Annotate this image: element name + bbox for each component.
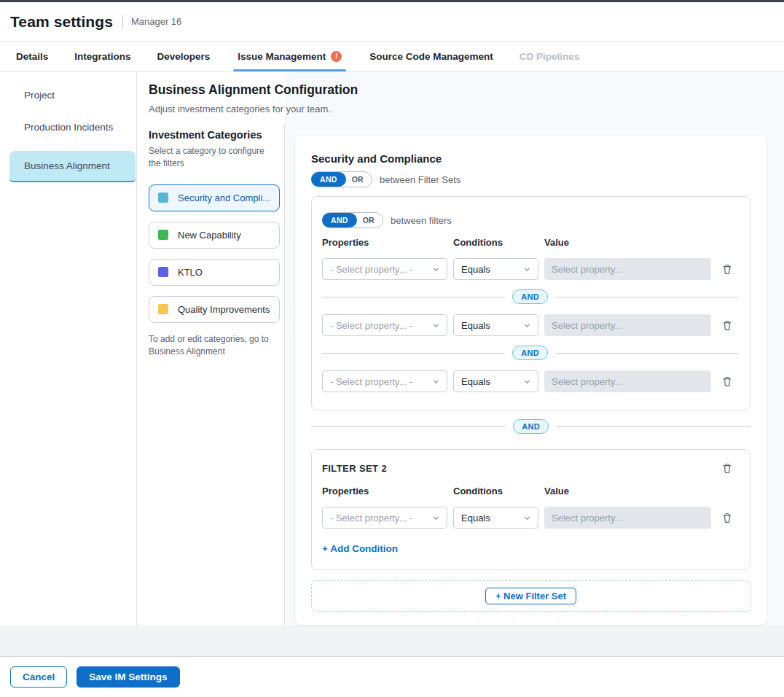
page-subtitle: Adjust investment categories for your te…: [149, 104, 358, 114]
sidebar-item-business-alignment[interactable]: Business Alignment: [9, 151, 136, 182]
property-select[interactable]: - Select property... -: [322, 507, 447, 529]
filters-operator-row: AND OR between filters: [322, 212, 738, 228]
tab-details[interactable]: Details: [16, 42, 48, 71]
tab-source-code-management[interactable]: Source Code Management: [369, 42, 493, 71]
toggle-and-option[interactable]: AND: [322, 213, 357, 227]
property-select[interactable]: - Select property... -: [322, 370, 447, 392]
tab-issue-management[interactable]: Issue Management !: [236, 42, 343, 71]
chevron-down-icon: [523, 514, 531, 522]
chevron-down-icon: [432, 514, 440, 522]
tab-developers[interactable]: Developers: [157, 42, 211, 71]
row-connector: AND: [322, 289, 738, 304]
properties-column-header: Properties: [322, 237, 447, 248]
sidebar-item-production-incidents[interactable]: Production Incidents: [9, 112, 136, 144]
category-label: Security and Compli...: [178, 192, 270, 203]
chevron-down-icon: [523, 322, 531, 330]
page-heading: Business Alignment Configuration Adjust …: [149, 82, 358, 114]
warning-badge-icon: !: [331, 51, 342, 62]
selected-category-title: Security and Compliance: [311, 152, 750, 165]
condition-select[interactable]: Equals: [453, 370, 538, 392]
filter-set-1-card: AND OR between filters Properties Condit…: [311, 196, 750, 410]
main-section: Business Alignment Configuration Adjust …: [137, 72, 784, 626]
value-column-header: Value: [544, 237, 711, 248]
chevron-down-icon: [432, 378, 440, 386]
toggle-or-option[interactable]: OR: [345, 172, 372, 187]
filter-row: - Select property... - Equals: [322, 258, 738, 280]
value-input[interactable]: [544, 258, 711, 280]
cancel-button[interactable]: Cancel: [10, 666, 67, 688]
between-filters-label: between filters: [391, 215, 452, 226]
filter-row: - Select property... - Equals: [322, 507, 738, 529]
delete-filter-button[interactable]: [720, 318, 734, 332]
categories-title: Investment Categories: [149, 129, 273, 141]
trash-icon: [721, 462, 733, 474]
and-or-toggle-sets[interactable]: AND OR: [311, 171, 372, 187]
chevron-down-icon: [523, 378, 531, 386]
conditions-column-header: Conditions: [453, 237, 538, 248]
trash-icon: [721, 375, 733, 387]
row-connector: AND: [322, 346, 738, 360]
filter-set-connector: AND: [311, 419, 750, 434]
column-headers: Properties Conditions Value: [322, 486, 738, 497]
tab-cd-pipelines: CD Pipelines: [520, 42, 580, 71]
and-or-toggle-filters[interactable]: AND OR: [322, 212, 383, 228]
condition-select[interactable]: Equals: [453, 507, 538, 529]
add-condition-button[interactable]: + Add Condition: [322, 543, 398, 554]
team-name-label: Manager 16: [131, 16, 181, 27]
filter-sets-operator-row: AND OR between Filter Sets: [311, 171, 750, 187]
chevron-down-icon: [523, 265, 531, 273]
title-separator: [122, 15, 123, 29]
category-label: Quality Improvements: [178, 304, 270, 315]
properties-column-header: Properties: [322, 486, 447, 497]
between-filter-sets-label: between Filter Sets: [380, 174, 460, 185]
tab-integrations[interactable]: Integrations: [74, 42, 130, 71]
trash-icon: [721, 319, 733, 331]
and-connector-pill: AND: [512, 289, 548, 304]
property-select[interactable]: - Select property... -: [322, 258, 447, 280]
trash-icon: [721, 512, 733, 523]
category-security-and-compliance[interactable]: Security and Compli...: [149, 184, 280, 211]
category-label: KTLO: [178, 267, 203, 278]
value-input[interactable]: [544, 507, 711, 529]
value-input[interactable]: [544, 314, 711, 336]
footer-actions: Cancel Save IM Settings: [0, 656, 784, 697]
chevron-down-icon: [432, 265, 440, 273]
toggle-or-option[interactable]: OR: [356, 213, 383, 227]
app-title: Team settings: [10, 13, 113, 31]
category-color-swatch: [158, 192, 168, 203]
delete-filter-set-button[interactable]: [720, 461, 734, 475]
filter-set-2-title: FILTER SET 2: [322, 461, 387, 474]
delete-filter-button[interactable]: [720, 374, 734, 389]
delete-filter-button[interactable]: [720, 262, 734, 276]
category-color-swatch: [158, 304, 168, 314]
delete-filter-button[interactable]: [720, 510, 734, 525]
chevron-down-icon: [432, 322, 440, 330]
investment-categories-column: Investment Categories Select a category …: [137, 72, 285, 626]
content-area: Project Production Incidents Business Al…: [0, 72, 784, 626]
category-new-capability[interactable]: New Capability: [149, 222, 280, 249]
property-select[interactable]: - Select property... -: [322, 314, 447, 336]
category-quality-improvements[interactable]: Quality Improvements: [149, 296, 280, 323]
categories-list: Security and Compli... New Capability KT…: [149, 184, 273, 323]
filter-set-2-header: FILTER SET 2: [322, 461, 738, 475]
settings-sidebar: Project Production Incidents Business Al…: [0, 72, 137, 626]
categories-footnote: To add or edit categories, go to Busines…: [149, 333, 273, 359]
column-headers: Properties Conditions Value: [322, 237, 738, 248]
condition-select[interactable]: Equals: [453, 258, 538, 280]
filter-row: - Select property... - Equals: [322, 314, 738, 336]
toggle-and-option[interactable]: AND: [311, 172, 346, 187]
app-header: Team settings Manager 16: [0, 2, 784, 42]
category-color-swatch: [158, 267, 168, 277]
condition-select[interactable]: Equals: [453, 314, 538, 336]
categories-panel: Investment Categories Select a category …: [137, 123, 285, 626]
filter-configuration-panel: Security and Compliance AND OR between F…: [295, 136, 767, 625]
value-column-header: Value: [544, 486, 711, 497]
sidebar-item-project[interactable]: Project: [9, 80, 136, 112]
new-filter-set-button[interactable]: + New Filter Set: [485, 588, 576, 604]
value-input[interactable]: [544, 370, 711, 392]
save-im-settings-button[interactable]: Save IM Settings: [77, 666, 179, 688]
conditions-column-header: Conditions: [453, 486, 538, 497]
new-filter-set-zone: + New Filter Set: [311, 580, 750, 612]
category-ktlo[interactable]: KTLO: [149, 259, 280, 286]
pre-footer-band: [0, 626, 784, 656]
